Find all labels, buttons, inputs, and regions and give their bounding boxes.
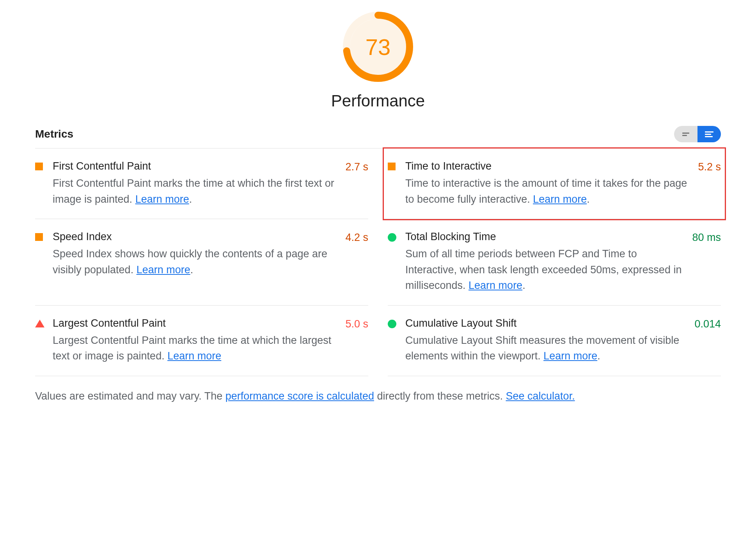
gauge-title: Performance <box>331 92 425 110</box>
performance-gauge: 73 Performance <box>35 12 721 110</box>
list-compact-icon <box>682 133 689 136</box>
metric-value: 2.7 s <box>345 160 368 207</box>
metric-value: 4.2 s <box>345 231 368 294</box>
status-average-icon <box>35 233 43 241</box>
metric-status-icon <box>388 231 405 294</box>
footer-text: Values are estimated and may vary. The <box>35 390 225 402</box>
status-good-icon <box>388 233 396 242</box>
status-average-icon <box>35 163 43 170</box>
score-value: 73 <box>366 34 391 60</box>
footer-link-calculated[interactable]: performance score is calculated <box>225 390 374 402</box>
metric-body: Cumulative Layout ShiftCumulative Layout… <box>405 317 694 364</box>
metric-status-icon <box>388 160 405 207</box>
metrics-header: Metrics <box>35 126 721 149</box>
footer-link-calculator[interactable]: See calculator. <box>506 390 575 402</box>
metric-description: Speed Index shows how quickly the conten… <box>53 246 337 278</box>
metric-value: 80 ms <box>692 231 721 294</box>
metric-item: Largest Contentful PaintLargest Contentf… <box>35 306 368 376</box>
metric-status-icon <box>35 317 53 364</box>
metric-item: First Contentful PaintFirst Contentful P… <box>35 149 368 219</box>
footer-note: Values are estimated and may vary. The p… <box>35 376 721 405</box>
metrics-title: Metrics <box>35 128 73 140</box>
learn-more-link[interactable]: Learn more <box>533 193 587 205</box>
status-average-icon <box>388 163 396 170</box>
metric-item: Total Blocking TimeSum of all time perio… <box>388 219 721 306</box>
metric-item: Cumulative Layout ShiftCumulative Layout… <box>388 306 721 376</box>
list-expanded-icon <box>705 131 713 137</box>
metric-value: 5.0 s <box>345 317 368 364</box>
metric-name: Largest Contentful Paint <box>53 317 337 329</box>
metric-name: Speed Index <box>53 231 337 243</box>
footer-text: directly from these metrics. <box>374 390 506 402</box>
metric-body: Time to InteractiveTime to interactive i… <box>405 160 698 207</box>
metric-body: Total Blocking TimeSum of all time perio… <box>405 231 692 294</box>
metrics-grid: First Contentful PaintFirst Contentful P… <box>35 149 721 376</box>
status-good-icon <box>388 320 396 328</box>
metric-name: First Contentful Paint <box>53 160 337 172</box>
metric-item: Time to InteractiveTime to interactive i… <box>384 149 725 219</box>
view-compact-button[interactable] <box>674 126 697 142</box>
metric-item: Speed IndexSpeed Index shows how quickly… <box>35 219 368 306</box>
learn-more-link[interactable]: Learn more <box>137 264 190 276</box>
metric-body: First Contentful PaintFirst Contentful P… <box>53 160 345 207</box>
learn-more-link[interactable]: Learn more <box>469 280 522 291</box>
metric-value: 0.014 <box>694 317 721 364</box>
metric-name: Total Blocking Time <box>405 231 684 243</box>
metric-body: Speed IndexSpeed Index shows how quickly… <box>53 231 345 294</box>
metric-status-icon <box>388 317 405 364</box>
metric-description: Cumulative Layout Shift measures the mov… <box>405 333 687 364</box>
score-gauge: 73 <box>343 12 413 82</box>
view-expanded-button[interactable] <box>697 126 721 142</box>
status-poor-icon <box>35 320 44 327</box>
metric-description: Sum of all time periods between FCP and … <box>405 246 684 294</box>
metric-body: Largest Contentful PaintLargest Contentf… <box>53 317 345 364</box>
metric-description: Largest Contentful Paint marks the time … <box>53 333 337 364</box>
metric-status-icon <box>35 160 53 207</box>
metric-value: 5.2 s <box>698 160 721 207</box>
learn-more-link[interactable]: Learn more <box>543 350 597 362</box>
metric-status-icon <box>35 231 53 294</box>
metric-name: Time to Interactive <box>405 160 690 172</box>
metric-description: First Contentful Paint marks the time at… <box>53 175 337 207</box>
learn-more-link[interactable]: Learn more <box>167 350 221 362</box>
metric-description: Time to interactive is the amount of tim… <box>405 175 690 207</box>
metric-name: Cumulative Layout Shift <box>405 317 687 329</box>
view-toggle <box>674 126 721 142</box>
learn-more-link[interactable]: Learn more <box>135 193 189 205</box>
